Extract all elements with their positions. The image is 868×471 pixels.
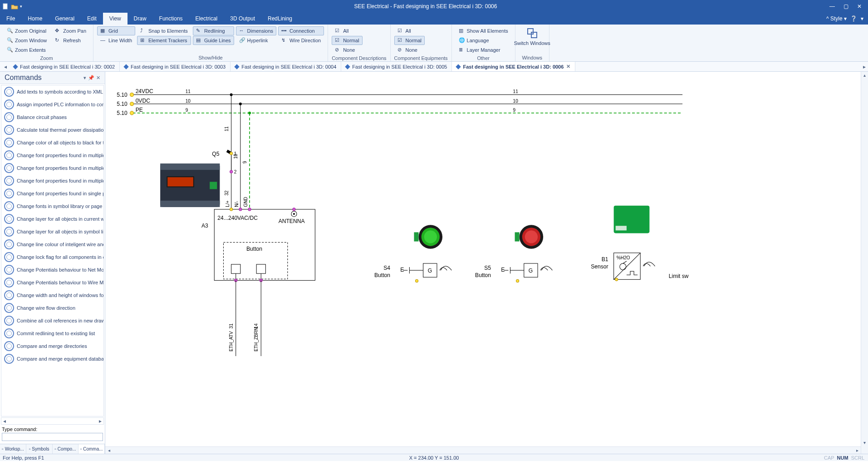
doc-tab[interactable]: Fast designing in SEE Electrical i 3D: 0… xyxy=(230,62,341,71)
new-doc-icon[interactable] xyxy=(2,3,9,10)
panel-close-icon[interactable]: ✕ xyxy=(96,75,100,81)
menu-edit[interactable]: Edit xyxy=(81,13,103,25)
command-item[interactable]: Change lock flag for all components in c… xyxy=(1,251,103,263)
wiredir-button[interactable]: ↯Wire Direction xyxy=(278,36,324,45)
switch-windows-button[interactable]: Switch Windows xyxy=(519,26,545,47)
compequip-none[interactable]: ⊘None xyxy=(394,45,425,55)
command-item[interactable]: Assign imported PLC information to compo… xyxy=(1,98,103,111)
zoom-window-button[interactable]: 🔍Zoom Window xyxy=(4,36,50,45)
compdesc-normal[interactable]: ☑Normal xyxy=(332,36,362,45)
command-item[interactable]: Change layer for all objects in symbol l… xyxy=(1,225,103,238)
command-item[interactable]: Commit redlining text to existing list xyxy=(1,327,103,340)
command-icon xyxy=(4,138,14,148)
command-icon xyxy=(4,87,14,97)
command-label: Change wire flow direction xyxy=(17,305,75,311)
zoom-original-button[interactable]: 🔍Zoom Original xyxy=(4,26,50,35)
svg-text:10: 10 xyxy=(233,154,238,159)
svg-rect-25 xyxy=(160,201,220,207)
tab-close-icon[interactable]: ✕ xyxy=(566,64,570,69)
compequip-normal[interactable]: ☑Normal xyxy=(394,36,425,45)
panel-tab-comma[interactable]: ▫Comma... xyxy=(78,444,105,454)
doc-tab[interactable]: Fast designing in SEE Electrical i 3D: 0… xyxy=(120,62,230,71)
maximize-button[interactable]: ▢ xyxy=(843,3,849,10)
guides-toggle[interactable]: ▤Guide Lines xyxy=(193,36,234,45)
command-item[interactable]: Change width and height of windows font … xyxy=(1,289,103,302)
compequip-all[interactable]: ☑All xyxy=(394,26,425,35)
menu-draw[interactable]: Draw xyxy=(128,13,153,25)
compdesc-all[interactable]: ☑All xyxy=(332,26,362,35)
style-menu[interactable]: ^ Style ▾ xyxy=(826,15,847,22)
dimensions-toggle[interactable]: ↔Dimensions xyxy=(236,26,276,35)
zoom-extents-button[interactable]: 🔍Zoom Extents xyxy=(4,45,50,55)
zoom-pan-button[interactable]: ✥Zoom Pan xyxy=(52,26,89,35)
ribbon-options-icon[interactable]: ▾ xyxy=(861,15,863,22)
plc-module-graphic xyxy=(160,164,220,207)
command-item[interactable]: Change font properties found in multiple… xyxy=(1,174,103,187)
canvas-vscroll[interactable]: ▴ ▾ xyxy=(861,72,868,454)
menu-view[interactable]: View xyxy=(103,13,128,25)
menu-file[interactable]: File xyxy=(0,13,21,25)
command-item[interactable]: Balance circuit phases xyxy=(1,111,103,124)
panel-tab-symbols[interactable]: ▫Symbols xyxy=(26,444,53,454)
menu-functions[interactable]: Functions xyxy=(153,13,189,25)
command-icon xyxy=(4,214,14,224)
command-item[interactable]: Add texts to symbols according to XML fi… xyxy=(1,85,103,98)
canvas-hscroll[interactable]: ◂▸ xyxy=(105,446,861,454)
trackers-toggle[interactable]: ⊞Element Trackers xyxy=(137,36,191,45)
command-item[interactable]: Change font properties found in multiple… xyxy=(1,149,103,162)
command-item[interactable]: Change fonts in symbol library or page t… xyxy=(1,200,103,213)
command-label: Commit redlining text to existing list xyxy=(17,331,95,336)
refresh-button[interactable]: ↻Refresh xyxy=(52,36,89,45)
command-item[interactable]: Change line colour of inteligent wire an… xyxy=(1,238,103,251)
command-item[interactable]: Change layer for all objects in current … xyxy=(1,213,103,225)
drawing-canvas[interactable]: .wire { stroke:#000; stroke-width:1; fil… xyxy=(105,72,868,454)
command-item[interactable]: Change wire flow direction xyxy=(1,302,103,314)
command-item[interactable]: Change Potentials behaviour to Wire Mode xyxy=(1,276,103,289)
show-all-elements[interactable]: ▥Show All Elements xyxy=(456,26,511,35)
grid-toggle[interactable]: ▦Grid xyxy=(97,26,135,35)
type-command-input[interactable] xyxy=(2,433,103,441)
compdesc-none[interactable]: ⊘None xyxy=(332,45,362,55)
tab-scroll-left[interactable]: ◂ xyxy=(2,62,9,71)
menu-3d-output[interactable]: 3D Output xyxy=(224,13,261,25)
command-item[interactable]: Change font properties found in multiple… xyxy=(1,162,103,174)
doc-tab[interactable]: Fast designing in SEE Electrical i 3D: 0… xyxy=(452,62,575,71)
command-item[interactable]: Calculate total thermal power dissipatio… xyxy=(1,124,103,136)
linewidth-button[interactable]: —Line Width xyxy=(97,36,135,45)
snap-button[interactable]: ⤴Snap to Elements xyxy=(137,26,191,35)
menu-home[interactable]: Home xyxy=(21,13,49,25)
commands-list[interactable]: Add texts to symbols according to XML fi… xyxy=(1,85,104,416)
tab-scroll-right[interactable]: ▸ xyxy=(861,62,868,71)
command-label: Change Potentials behaviour to Net Mode xyxy=(17,267,103,273)
command-item[interactable]: Compare and merge directories xyxy=(1,340,103,352)
panel-tab-worksp[interactable]: ▫Worksp... xyxy=(0,444,26,454)
connection-toggle[interactable]: •••Connection xyxy=(278,26,324,35)
command-item[interactable]: Change font properties found in single p… xyxy=(1,187,103,200)
panel-auto-hide-icon[interactable]: 📌 xyxy=(88,75,94,81)
hyperlink-button[interactable]: 🔗Hyperlink xyxy=(236,36,276,45)
doc-tab[interactable]: Fast designing in SEE Electrical i 3D: 0… xyxy=(341,62,452,71)
menu-general[interactable]: General xyxy=(49,13,81,25)
doc-tab[interactable]: Fast designing in SEE Electrical i 3D: 0… xyxy=(9,62,120,71)
command-item[interactable]: Change color of all objects to black for… xyxy=(1,136,103,149)
command-item[interactable]: Combine all coil references in new drawi… xyxy=(1,314,103,327)
panel-pin-icon[interactable]: ▾ xyxy=(83,75,86,81)
close-button[interactable]: ✕ xyxy=(856,3,863,10)
panel-tab-compo[interactable]: ▫Compo... xyxy=(53,444,79,454)
svg-text:GND: GND xyxy=(243,197,248,207)
command-icon xyxy=(4,303,14,313)
redlining-toggle[interactable]: ✎Redlining xyxy=(193,26,234,35)
svg-text:E: E xyxy=(501,267,505,273)
command-item[interactable]: Compare and merge equipment databases xyxy=(1,352,103,365)
layer-manager[interactable]: ≣Layer Manager xyxy=(456,45,511,55)
status-scrl: SCRL xyxy=(851,455,864,461)
commands-hscroll[interactable]: ◂▸ xyxy=(1,417,104,425)
help-icon[interactable]: ❔ xyxy=(850,15,857,22)
menu-redlining[interactable]: RedLining xyxy=(261,13,299,25)
language-button[interactable]: 🌐Language xyxy=(456,36,511,45)
menu-electrical[interactable]: Electrical xyxy=(189,13,224,25)
command-item[interactable]: Change Potentials behaviour to Net Mode xyxy=(1,263,103,276)
open-folder-icon[interactable] xyxy=(11,3,18,10)
svg-point-5 xyxy=(130,93,134,96)
minimize-button[interactable]: — xyxy=(829,3,835,10)
